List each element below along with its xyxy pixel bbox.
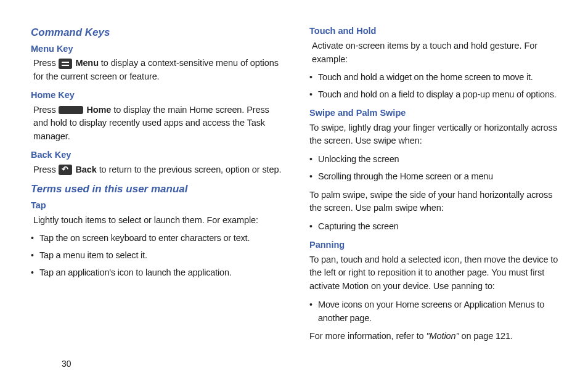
list-item: Scrolling through the Home screen or a m…	[309, 170, 563, 184]
home-key-text: Press Home to display the main Home scre…	[31, 104, 285, 144]
back-icon	[59, 165, 72, 175]
tap-list: Tap the on screen keyboard to enter char…	[31, 232, 285, 279]
swipe-intro2: To palm swipe, swipe the side of your ha…	[309, 189, 563, 216]
touch-hold-heading: Touch and Hold	[309, 25, 563, 38]
list-item: Touch and hold on a field to display a p…	[309, 88, 563, 102]
list-item: Move icons on your Home screens or Appli…	[309, 298, 563, 325]
terms-heading: Terms used in this user manual	[31, 181, 285, 197]
page-number: 30	[62, 357, 71, 370]
home-icon	[59, 106, 83, 114]
ref-pre: For more information, refer to	[309, 331, 427, 341]
back-key-text: Press Back to return to the previous scr…	[31, 163, 285, 177]
swipe-list2: Capturing the screen	[309, 220, 563, 234]
home-key-label: Home	[84, 105, 112, 115]
swipe-list1: Unlocking the screen Scrolling through t…	[309, 153, 563, 184]
left-column: Command Keys Menu Key Press Menu to disp…	[31, 25, 285, 348]
back-key-label: Back	[73, 165, 97, 174]
tap-heading: Tap	[31, 199, 285, 213]
list-item: Tap the on screen keyboard to enter char…	[31, 232, 285, 245]
back-key-pre: Press	[33, 165, 59, 174]
back-key-heading: Back Key	[31, 149, 285, 162]
swipe-heading: Swipe and Palm Swipe	[309, 107, 563, 120]
touch-hold-intro: Activate on-screen items by a touch and …	[309, 39, 563, 67]
panning-list: Move icons on your Home screens or Appli…	[309, 298, 563, 325]
list-item: Tap an application's icon to launch the …	[31, 266, 285, 280]
ref-italic: "Motion"	[427, 331, 459, 341]
right-column: Touch and Hold Activate on-screen items …	[309, 25, 563, 348]
swipe-intro1: To swipe, lightly drag your finger verti…	[309, 121, 563, 149]
command-keys-heading: Command Keys	[31, 25, 285, 41]
list-item: Capturing the screen	[309, 220, 563, 234]
tap-intro: Lightly touch items to select or launch …	[31, 214, 285, 227]
menu-icon	[59, 59, 72, 69]
list-item: Unlocking the screen	[309, 153, 563, 166]
two-column-layout: Command Keys Menu Key Press Menu to disp…	[31, 25, 563, 348]
back-key-post: to return to the previous screen, option…	[97, 165, 282, 174]
menu-key-heading: Menu Key	[31, 43, 285, 56]
ref-post: on page 121.	[459, 331, 513, 341]
panning-intro: To pan, touch and hold a selected icon, …	[309, 253, 563, 293]
menu-key-label: Menu	[73, 58, 99, 68]
panning-heading: Panning	[309, 239, 563, 252]
list-item: Touch and hold a widget on the home scre…	[309, 71, 563, 84]
panning-ref: For more information, refer to "Motion" …	[309, 330, 563, 343]
touch-hold-list: Touch and hold a widget on the home scre…	[309, 71, 563, 102]
menu-key-text: Press Menu to display a context-sensitiv…	[31, 57, 285, 84]
menu-key-pre: Press	[33, 58, 59, 68]
home-key-pre: Press	[33, 105, 59, 115]
list-item: Tap a menu item to select it.	[31, 249, 285, 263]
home-key-heading: Home Key	[31, 89, 285, 102]
